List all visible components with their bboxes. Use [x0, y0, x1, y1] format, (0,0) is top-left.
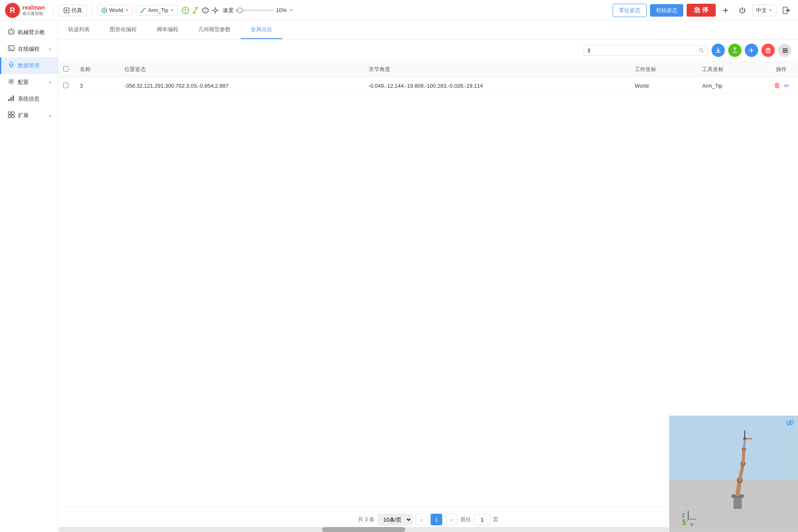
- svg-rect-51: [670, 416, 798, 480]
- row-pose: -356.32,121.291,300.702,3.03,-0.854,2.88…: [119, 78, 364, 94]
- config-icon: [8, 78, 15, 86]
- sidebar-item-data-manage-label: 数据管理: [18, 62, 39, 69]
- header-divider-2: [92, 5, 92, 16]
- svg-point-26: [12, 32, 13, 33]
- goto-page: 前往 页: [461, 514, 498, 525]
- svg-rect-35: [10, 97, 12, 101]
- select-all-checkbox[interactable]: [63, 66, 69, 71]
- row-checkbox[interactable]: [63, 83, 69, 88]
- delete-button[interactable]: [761, 44, 775, 57]
- tab-graphic-prog[interactable]: 图形化编程: [100, 21, 147, 39]
- row-actions: 🗑 ✏: [765, 78, 798, 94]
- upload-icon: [732, 47, 738, 53]
- next-page-button[interactable]: ›: [446, 514, 457, 525]
- expand-icon: [8, 111, 15, 120]
- power-icon-btn[interactable]: [736, 4, 749, 17]
- logout-button[interactable]: [780, 4, 793, 17]
- table-header-row: 名称 位置姿态 关节角度 工作坐标 工具坐标 操作: [58, 62, 798, 78]
- sidebar-item-expand-label: 扩展: [18, 112, 29, 119]
- page-unit: 页: [493, 516, 498, 523]
- collapse-button[interactable]: ⊞: [778, 44, 791, 57]
- search-box[interactable]: [584, 45, 708, 56]
- logo-icon: R: [5, 3, 20, 18]
- arm-dropdown[interactable]: Arm_Tip ▼: [136, 5, 178, 16]
- online-program-arrow: ▾: [49, 47, 51, 52]
- sidebar-item-robot-teach-label: 机械臂示教: [18, 29, 45, 36]
- table-toolbar: + ⊞: [58, 39, 798, 62]
- svg-marker-3: [66, 9, 68, 12]
- sidebar-item-robot-teach[interactable]: 机械臂示教: [0, 24, 58, 41]
- bottom-scrollbar[interactable]: [58, 527, 669, 532]
- connection-icons: [181, 6, 219, 15]
- svg-line-75: [744, 441, 745, 449]
- add-icon: [722, 7, 729, 14]
- tab-script-prog[interactable]: 脚本编程: [147, 21, 188, 39]
- world-dropdown[interactable]: World ▼: [97, 5, 133, 16]
- svg-point-9: [140, 12, 142, 13]
- init-pose-button[interactable]: 初始姿态: [650, 4, 683, 17]
- logo-brand: realman: [22, 4, 45, 11]
- power-icon: [739, 7, 746, 14]
- robot-viewport-svg: Z X Y: [670, 416, 798, 532]
- add-button[interactable]: +: [745, 44, 758, 57]
- svg-point-85: [683, 523, 685, 525]
- estop-button[interactable]: 急 停: [687, 4, 716, 17]
- settings-icon2: [211, 6, 219, 15]
- sim-icon: [63, 7, 70, 14]
- sim-button[interactable]: 仿真: [59, 5, 87, 16]
- current-page-number[interactable]: 1: [431, 514, 442, 525]
- speed-thumb: [237, 7, 243, 13]
- header-divider-1: [53, 5, 54, 16]
- logout-icon: [782, 6, 791, 15]
- sidebar-item-online-program[interactable]: 在线编程 ▾: [0, 41, 58, 57]
- svg-rect-40: [12, 115, 14, 118]
- svg-point-25: [10, 32, 11, 33]
- svg-point-15: [214, 9, 217, 12]
- online-program-icon: [8, 45, 15, 53]
- sidebar-item-sys-info[interactable]: 系统信息: [0, 91, 58, 107]
- search-input[interactable]: [587, 47, 698, 54]
- page-size-select[interactable]: 10条/页 20条/页 50条/页: [378, 514, 412, 525]
- add-icon-btn[interactable]: [719, 4, 732, 17]
- row-work-coord: World: [630, 78, 697, 94]
- row-delete-button[interactable]: 🗑: [774, 82, 781, 90]
- speed-slider-container[interactable]: [236, 10, 273, 11]
- goto-input[interactable]: [474, 514, 490, 525]
- config-arrow: ▾: [49, 80, 51, 85]
- tab-global-pos[interactable]: 全局点位: [241, 21, 282, 39]
- row-name: 3: [75, 78, 119, 94]
- download-button[interactable]: [712, 44, 725, 57]
- th-pose: 位置姿态: [119, 62, 364, 78]
- lang-dropdown[interactable]: 中文 ▼: [752, 5, 776, 16]
- cube-icon: [201, 6, 209, 15]
- upload-button[interactable]: [728, 44, 741, 57]
- goto-label: 前往: [461, 516, 471, 523]
- sim-label: 仿真: [71, 7, 82, 14]
- svg-text:X: X: [682, 518, 685, 523]
- viewport-close-button[interactable]: [786, 419, 794, 429]
- sidebar-item-data-manage[interactable]: 数据管理: [0, 57, 58, 74]
- tab-geo-model[interactable]: 几何模型参数: [188, 21, 241, 39]
- svg-rect-34: [8, 99, 10, 101]
- tabs-bar: 轨迹列表 图形化编程 脚本编程 几何模型参数 全局点位: [58, 21, 798, 39]
- link-icon: [191, 6, 200, 15]
- table-body: 3 -356.32,121.291,300.702,3.03,-0.854,2.…: [58, 78, 798, 94]
- world-label: World: [109, 7, 123, 13]
- prev-page-button[interactable]: ‹: [416, 514, 427, 525]
- data-table: 名称 位置姿态 关节角度 工作坐标 工具坐标 操作 3 -356.32,121.…: [58, 62, 798, 94]
- th-actions: 操作: [765, 62, 798, 78]
- tab-trajectory[interactable]: 轨迹列表: [58, 21, 100, 39]
- svg-rect-39: [8, 115, 11, 118]
- th-joints: 关节角度: [364, 62, 630, 78]
- sidebar-item-expand[interactable]: 扩展 ▾: [0, 107, 58, 124]
- sidebar-item-config[interactable]: 配置 ▾: [0, 74, 58, 91]
- row-tool-coord: Arm_Tip: [697, 78, 765, 94]
- row-edit-button[interactable]: ✏: [784, 82, 789, 90]
- zero-pose-button[interactable]: 零位姿态: [613, 4, 647, 17]
- speed-control: 速度 10% ▼: [223, 7, 293, 14]
- svg-point-33: [10, 81, 12, 83]
- sys-info-icon: [8, 95, 15, 103]
- th-name: 名称: [75, 62, 119, 78]
- search-icon: [698, 47, 704, 54]
- svg-text:Y: Y: [690, 522, 694, 527]
